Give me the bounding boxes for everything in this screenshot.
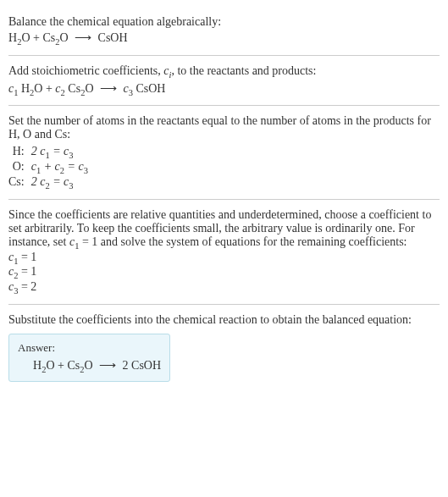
atom-equation: c1 + c2 = c3 (31, 160, 88, 175)
arrow-icon: ⟶ (97, 81, 120, 96)
atom-equation: 2 c2 = c3 (31, 175, 88, 191)
problem-title: Balance the chemical equation algebraica… (8, 15, 440, 29)
table-row: Cs: 2 c2 = c3 (8, 175, 88, 191)
value: = 1 (18, 251, 36, 263)
eq-text: O (85, 82, 97, 95)
initial-equation: H2O + Cs2O ⟶ CsOH (8, 30, 440, 47)
eq-sub: 3 (84, 166, 88, 175)
stoich-title: Add stoichiometric coefficients, ci, to … (8, 64, 440, 80)
eq-text: = c (50, 145, 69, 157)
solve-title: Since the coefficients are relative quan… (8, 208, 440, 251)
eq-text: Cs (65, 82, 80, 95)
eq-text: O + Cs (46, 359, 80, 372)
balanced-equation: H2O + Cs2O ⟶ 2 CsOH (18, 358, 161, 374)
answer-title: Substitute the coefficients into the che… (8, 313, 440, 327)
eq-text: O + Cs (21, 31, 55, 44)
eq-text: = c (64, 160, 84, 173)
eq-text: 2 c (31, 145, 46, 157)
eq-text: CsOH (95, 31, 128, 44)
stoich-equation: c1 H2O + c2 Cs2O ⟶ c3 CsOH (8, 81, 440, 97)
eq-text: = c (50, 175, 69, 188)
eq-text: + c (41, 160, 60, 173)
eq-text: 2 c (31, 175, 46, 188)
section-answer: Substitute the coefficients into the che… (8, 305, 440, 390)
coefficient-line: c3 = 2 (8, 280, 440, 295)
eq-text: O (84, 359, 96, 372)
table-row: H: 2 c1 = c3 (8, 145, 88, 160)
eq-sub: 3 (69, 151, 73, 160)
text: Add stoichiometric coefficients, (8, 64, 163, 77)
arrow-icon: ⟶ (71, 30, 95, 45)
answer-box: Answer: H2O + Cs2O ⟶ 2 CsOH (8, 334, 170, 382)
eq-text: O + (34, 82, 55, 95)
eq-text: CsOH (133, 82, 166, 95)
coefficient-line: c1 = 1 (8, 251, 440, 266)
answer-label: Answer: (18, 341, 161, 355)
section-atoms: Set the number of atoms in the reactants… (8, 106, 440, 199)
section-problem: Balance the chemical equation algebraica… (8, 7, 440, 56)
atom-label: H: (8, 145, 31, 160)
section-stoichiometric: Add stoichiometric coefficients, ci, to … (8, 56, 440, 107)
eq-text: 2 CsOH (119, 359, 161, 372)
eq-text: H (18, 82, 30, 95)
value: = 1 (18, 265, 36, 278)
text: = 1 and solve the system of equations fo… (79, 235, 407, 248)
eq-text: O (59, 31, 71, 44)
eq-text: H (33, 359, 41, 372)
section-solve: Since the coefficients are relative quan… (8, 200, 440, 305)
arrow-icon: ⟶ (96, 358, 119, 373)
table-row: O: c1 + c2 = c3 (8, 160, 88, 175)
coefficient-line: c2 = 1 (8, 265, 440, 280)
atoms-title: Set the number of atoms in the reactants… (8, 114, 440, 141)
eq-sub: 3 (69, 181, 73, 191)
atom-label: O: (8, 160, 31, 175)
value: = 2 (18, 280, 36, 293)
text: , to the reactants and products: (171, 64, 316, 77)
eq-text: H (8, 31, 17, 44)
atom-label: Cs: (8, 175, 31, 191)
atom-equation: 2 c1 = c3 (31, 145, 88, 160)
atoms-table: H: 2 c1 = c3 O: c1 + c2 = c3 Cs: 2 c2 = … (8, 145, 88, 190)
